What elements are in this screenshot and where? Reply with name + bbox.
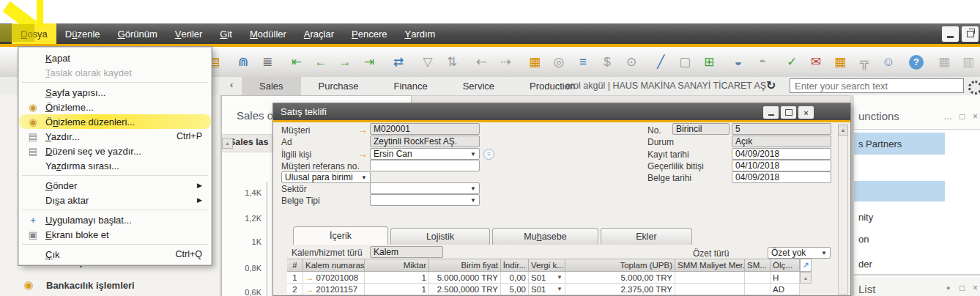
panel-close-icon[interactable]: × <box>973 283 978 293</box>
panel-restore-icon[interactable]: □ <box>959 283 965 293</box>
functions-item[interactable]: nity <box>854 209 945 225</box>
edit-icon[interactable]: ╱ <box>652 53 669 72</box>
grid-cell[interactable] <box>745 272 771 284</box>
ozet-turu-dropdown[interactable]: Özet yok ▼ <box>768 247 831 259</box>
belge-tipi-dropdown[interactable]: ▼ <box>370 194 480 206</box>
ad-field[interactable]: Zeytinli RockFest AŞ. <box>370 136 480 147</box>
file-menu-item[interactable]: ◉Önizleme... <box>19 100 211 114</box>
grid-expand-icon[interactable]: ↗ <box>800 259 812 272</box>
file-menu-item[interactable]: ▣Ekranı bloke et <box>19 227 211 242</box>
file-menu-item[interactable]: Taslak olarak kaydet <box>19 65 211 80</box>
nav-tab-sales[interactable]: Sales <box>242 77 301 95</box>
file-menu-item[interactable]: Dışa aktar▶ <box>19 193 211 207</box>
search-settings-gear-icon[interactable] <box>968 81 980 95</box>
menubar-item[interactable]: Düzenle <box>56 23 109 44</box>
nav-tab-finance[interactable]: Finance <box>376 77 445 95</box>
grid-col-header[interactable]: Miktar <box>365 259 429 272</box>
grid-col-header[interactable]: SM... <box>745 259 771 272</box>
file-menu-item[interactable]: ▤Yazdır...Ctrl+P <box>19 129 211 144</box>
contact-list-icon[interactable]: ≡ <box>483 149 494 160</box>
grid-cell[interactable]: →070201008 <box>303 272 365 284</box>
database-tools-icon[interactable]: ⊞ <box>700 53 718 72</box>
grid-col-header[interactable]: # <box>287 259 303 272</box>
refresh-record-icon[interactable]: ⇄ <box>390 53 407 72</box>
menubar-item[interactable]: Git <box>211 23 241 44</box>
grid-cell[interactable]: 5,00 <box>501 284 529 295</box>
grid-cell[interactable]: 1 <box>365 272 429 284</box>
grid-cell[interactable] <box>675 272 745 284</box>
grid-col-header[interactable]: İndir... <box>501 259 529 272</box>
no-number-field[interactable]: 5 <box>732 123 831 135</box>
kalem-turu-field[interactable]: Kalem <box>370 246 443 258</box>
grid-cell[interactable]: 1 <box>365 284 429 295</box>
link-arrow-icon[interactable]: → <box>305 285 314 294</box>
user-icon[interactable]: ☺ <box>880 53 897 72</box>
grid-settings-icon[interactable]: ▦ <box>935 53 953 72</box>
dialog-maximize-icon[interactable] <box>781 106 796 119</box>
minimize-window-icon[interactable] <box>942 26 959 42</box>
grid-cell[interactable]: S01▼ <box>529 284 565 295</box>
document-search-icon[interactable]: ⊙ <box>623 53 640 72</box>
dialog-scroll-up-icon[interactable]: ▲ <box>838 125 848 136</box>
grid-cell[interactable]: S01▼ <box>529 272 565 284</box>
menubar-item[interactable]: Görünüm <box>109 23 166 44</box>
grid-cell[interactable]: 0,00 <box>501 272 529 284</box>
grid-scroll-up-icon[interactable]: ▲ <box>800 272 812 284</box>
grid-col-header[interactable]: Toplam (UPB) <box>565 259 675 272</box>
grid-cell[interactable]: 2.500,0000 TRY <box>429 284 501 295</box>
file-menu-item[interactable]: ÇıkCtrl+Q <box>19 247 211 262</box>
file-menu-item[interactable]: +Uygulamayı başlat... <box>19 212 211 227</box>
nav-tab-service[interactable]: Service <box>445 77 512 95</box>
grid-col-header[interactable]: Kalem numarası <box>303 259 365 272</box>
dialog-scrollbar[interactable] <box>838 125 848 295</box>
kayit-tarihi-field[interactable]: 04/09/2018 <box>732 148 831 160</box>
grid-cell[interactable]: H <box>771 272 800 284</box>
no-series-field[interactable]: Birincil <box>672 123 730 135</box>
currency-dropdown[interactable]: Ulusal para birimi ▼ <box>281 171 371 183</box>
functions-item[interactable] <box>854 181 945 201</box>
sidebar-item-inventory[interactable]: ▤Stok <box>0 292 220 296</box>
menubar-item[interactable]: Dosya <box>12 23 56 44</box>
grid-cell[interactable] <box>745 284 771 295</box>
link-arrow-icon[interactable]: → <box>305 273 314 282</box>
link-arrow-icon[interactable]: → <box>357 149 368 159</box>
grid-cell[interactable] <box>675 284 745 295</box>
file-menu-item[interactable]: Kapat <box>19 51 211 65</box>
sektor-dropdown[interactable]: ▼ <box>370 182 480 194</box>
conversation-icon[interactable]: ◓ <box>754 53 771 72</box>
grid-col-header[interactable]: Ölç... <box>771 259 800 272</box>
grid-cell[interactable]: AD <box>771 284 800 295</box>
menubar-item[interactable]: Veriler <box>166 23 212 44</box>
messages-icon[interactable]: ◒ <box>730 53 747 72</box>
dialog-tab[interactable]: İçerik <box>293 226 388 245</box>
referans-field[interactable] <box>370 160 480 171</box>
panel-close-icon[interactable]: × <box>973 111 978 122</box>
grid-cell[interactable]: 2 <box>287 284 303 295</box>
grid-export-icon[interactable]: ▥ <box>959 53 977 72</box>
menubar-item[interactable]: Yardım <box>396 23 444 44</box>
refresh-icon[interactable]: ↻ <box>766 78 776 92</box>
belge-tarihi-field[interactable]: 04/09/2018 <box>732 171 831 183</box>
payment-means-icon[interactable]: ▦ <box>526 53 543 72</box>
dialog-tab[interactable]: Lojistik <box>390 228 490 245</box>
file-menu-item[interactable]: ▤Düzeni seç ve yazdır... <box>19 144 211 158</box>
link-arrow-icon[interactable]: → <box>357 125 368 135</box>
activity-log-icon[interactable]: ≣ <box>259 53 276 72</box>
ilgili-kisi-dropdown[interactable]: Ersin Can ▼ <box>370 148 480 160</box>
file-menu-item[interactable]: Gönder▶ <box>19 178 211 193</box>
grid-cell[interactable]: 5.000,0000 TRY <box>429 272 501 284</box>
file-menu-item[interactable]: Sayfa yapısı... <box>19 85 211 100</box>
tabs-back-chevron-icon[interactable]: ‹ <box>230 79 233 90</box>
copy-to-icon[interactable]: ⇢ <box>497 53 514 72</box>
grid-col-header[interactable]: Birim fiyat <box>429 259 501 272</box>
functions-item[interactable]: on <box>854 231 945 247</box>
calendar-icon[interactable]: ▦ <box>831 53 849 72</box>
grid-cell[interactable]: 1 <box>287 272 303 284</box>
menubar-item[interactable]: Araçlar <box>295 23 343 44</box>
document-generation-icon[interactable]: ▢ <box>676 53 694 72</box>
dialog-minimize-icon[interactable] <box>763 106 779 119</box>
grid-col-header[interactable]: SMM Maliyet Mer... <box>675 259 745 272</box>
search-input[interactable] <box>790 78 964 93</box>
help-icon[interactable]: ? <box>909 55 924 70</box>
panel-restore-icon[interactable]: □ <box>959 111 965 122</box>
